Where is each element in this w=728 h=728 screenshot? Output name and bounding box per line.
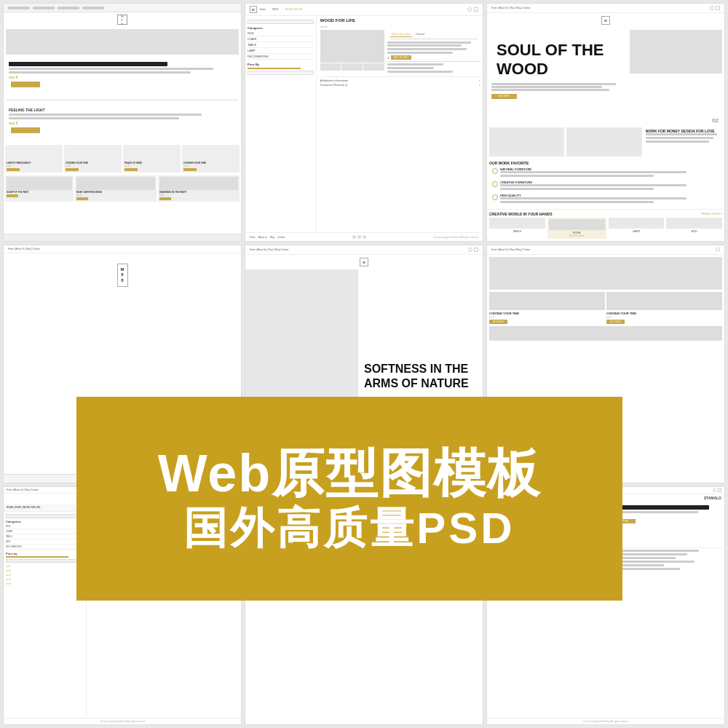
footer-tl	[4, 234, 241, 241]
work-money-title: WORK FOR MONEY DESIGN FOR LOVE	[646, 129, 721, 133]
price-tl: xxx €	[9, 75, 236, 79]
product-title-tl	[9, 62, 167, 66]
work-icon-1	[492, 168, 498, 174]
footer-copyright-tc: Group Copyright Healthnow All rights res…	[433, 236, 478, 239]
softness-title: SOFTNESS IN THE ARMS OF NATURE	[364, 362, 477, 389]
page-top-left: M98 xxx € FEELING THE LIGHT xxx €	[3, 3, 242, 242]
promo-banner: Web原型图模板 国外高质量PSD	[76, 397, 622, 601]
work-icon-2	[492, 181, 498, 187]
buy-button-2[interactable]	[11, 127, 40, 133]
see-more-btn-tr[interactable]: SEE MORE	[491, 94, 517, 99]
hero-image-tl	[6, 29, 239, 55]
page-top-right: Home | About Us | Shop | Blog | Contact …	[486, 3, 725, 242]
logo-top-left: M98	[117, 15, 127, 25]
background-grid: M98 xxx € FEELING THE LIGHT xxx €	[0, 0, 728, 728]
buy-button-tl[interactable]	[11, 82, 40, 87]
add-to-cart-btn[interactable]: ADD TO CART	[391, 55, 411, 60]
banner-title-line1: Web原型图模板	[158, 447, 542, 499]
work-icon-3	[492, 194, 498, 200]
page-top-center: M Home › SHOP › WOOD FOR LIFE Categories…	[245, 3, 483, 242]
shop-title-tc: WOOD FOR LIFE	[320, 18, 480, 23]
logo-tr: M	[601, 16, 610, 25]
our-work-title: OUR WORK FAVORITE	[489, 161, 722, 165]
view-all-btn[interactable]: VIEW ALL PRODUCT	[701, 213, 722, 215]
creative-world-title: CREATIVE WORLD IN YOUR HANDS	[489, 212, 552, 216]
soul-title-tr: SOUL OF THE WOOD	[496, 41, 620, 79]
buy-btn-cr2[interactable]: BUY NOW	[606, 320, 625, 324]
buy-btn-cr[interactable]: BUY NOW	[489, 320, 507, 324]
logo-tc: M	[250, 6, 257, 13]
product-cards-row1: LIGHTS THROUGHOUT xxx € CONTAIN YOUR TIM…	[5, 145, 240, 173]
banner-title-line2: 国外高质量PSD	[183, 507, 515, 550]
section2-title: FEELING THE LIGHT	[9, 108, 236, 112]
